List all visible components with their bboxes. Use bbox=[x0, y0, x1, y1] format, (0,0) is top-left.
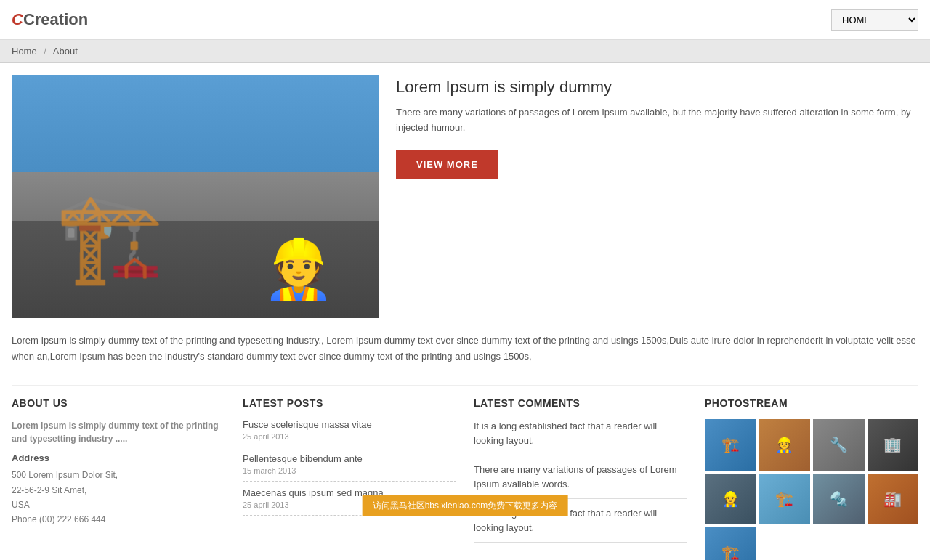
photo-thumb-5[interactable]: 👷 bbox=[705, 474, 756, 525]
breadcrumb: Home / About bbox=[0, 40, 930, 63]
latest-comments-col: LATEST COMMENTS It is a long established… bbox=[474, 397, 687, 560]
photo-thumb-6[interactable]: 🏗️ bbox=[759, 474, 811, 525]
post-link-3[interactable]: Maecenas quis ipsum sed magna bbox=[243, 487, 384, 498]
photo-icon-1: 🏗️ bbox=[705, 419, 756, 471]
breadcrumb-separator: / bbox=[44, 46, 46, 57]
hero-title: Lorem Ipsum is simply dummy bbox=[396, 78, 918, 97]
address-line-3: USA bbox=[12, 498, 225, 512]
photo-icon-5: 👷 bbox=[705, 474, 756, 525]
post-item-3: Maecenas quis ipsum sed magna 25 april 2… bbox=[243, 487, 456, 516]
photo-icon-9: 🏗️ bbox=[705, 527, 756, 560]
about-address-label: Address bbox=[12, 453, 225, 463]
about-us-desc: Lorem Ipsum is simply dummy text of the … bbox=[12, 419, 225, 445]
photo-thumb-8[interactable]: 🏭 bbox=[868, 474, 919, 525]
hero-text: Lorem Ipsum is simply dummy There are ma… bbox=[396, 75, 918, 318]
photo-icon-3: 🔧 bbox=[813, 419, 865, 471]
about-us-heading: ABOUT US bbox=[12, 397, 225, 409]
comment-item-1: It is a long established fact that a rea… bbox=[474, 419, 687, 455]
post-item-1: Fusce scelerisque massa vitae 25 april 2… bbox=[243, 419, 456, 447]
photo-thumb-7[interactable]: 🔩 bbox=[813, 474, 865, 525]
address-line-1: 500 Lorem Ipsum Dolor Sit, bbox=[12, 468, 225, 482]
photo-thumb-9[interactable]: 🏗️ bbox=[705, 527, 756, 560]
logo: CCreation bbox=[12, 10, 88, 29]
photo-grid: 🏗️ 👷 🔧 🏢 👷 🏗️ 🔩 🏭 🏗️ bbox=[705, 419, 918, 560]
nav-dropdown[interactable]: HOMEABOUTSERVICESPORTFOLIOCONTACT bbox=[831, 9, 918, 31]
logo-letter: C bbox=[12, 10, 23, 28]
photo-icon-7: 🔩 bbox=[813, 474, 865, 525]
view-more-button[interactable]: VIEW MORE bbox=[396, 150, 498, 179]
photo-thumb-1[interactable]: 🏗️ bbox=[705, 419, 756, 471]
post-date-2: 15 march 2013 bbox=[243, 466, 456, 475]
post-date-1: 25 april 2013 bbox=[243, 432, 456, 441]
photo-icon-2: 👷 bbox=[759, 419, 811, 471]
footer-sections: ABOUT US Lorem Ipsum is simply dummy tex… bbox=[12, 385, 918, 560]
photo-icon-8: 🏭 bbox=[868, 474, 919, 525]
hero-worker-icon: 👷 bbox=[262, 235, 335, 304]
description-text: Lorem Ipsum is simply dummy text of the … bbox=[12, 330, 918, 365]
photostream-heading: PHOTOSTREAM bbox=[705, 397, 918, 409]
comment-item-2: There are many variations of passages of… bbox=[474, 463, 687, 499]
post-date-3: 25 april 2013 bbox=[243, 500, 456, 509]
comment-item-3: It is a long established fact that a rea… bbox=[474, 506, 687, 543]
address-line-2: 22-56-2-9 Sit Amet, bbox=[12, 483, 225, 498]
latest-posts-col: LATEST POSTS Fusce scelerisque massa vit… bbox=[243, 397, 456, 560]
hero-section: 👷 Lorem Ipsum is simply dummy There are … bbox=[12, 75, 918, 318]
latest-posts-heading: LATEST POSTS bbox=[243, 397, 456, 409]
photo-icon-6: 🏗️ bbox=[759, 474, 811, 525]
post-link-2[interactable]: Pellentesque bibendum ante bbox=[243, 453, 363, 464]
about-us-col: ABOUT US Lorem Ipsum is simply dummy tex… bbox=[12, 397, 225, 560]
hero-description: There are many variations of passages of… bbox=[396, 105, 918, 136]
breadcrumb-current: About bbox=[53, 46, 78, 57]
hero-image: 👷 bbox=[12, 75, 379, 318]
photo-thumb-2[interactable]: 👷 bbox=[759, 419, 811, 471]
photo-thumb-3[interactable]: 🔧 bbox=[813, 419, 865, 471]
photo-thumb-4[interactable]: 🏢 bbox=[868, 419, 919, 471]
breadcrumb-home[interactable]: Home bbox=[12, 46, 37, 57]
main-content: 👷 Lorem Ipsum is simply dummy There are … bbox=[0, 63, 930, 560]
logo-text: Creation bbox=[23, 10, 88, 28]
photo-icon-4: 🏢 bbox=[868, 419, 919, 471]
latest-comments-heading: LATEST COMMENTS bbox=[474, 397, 687, 409]
header: CCreation HOMEABOUTSERVICESPORTFOLIOCONT… bbox=[0, 0, 930, 40]
about-address-text: 500 Lorem Ipsum Dolor Sit, 22-56-2-9 Sit… bbox=[12, 468, 225, 527]
post-item-2: Pellentesque bibendum ante 15 march 2013 bbox=[243, 453, 456, 482]
post-link-1[interactable]: Fusce scelerisque massa vitae bbox=[243, 419, 372, 430]
about-phone: Phone (00) 222 666 444 bbox=[12, 512, 225, 527]
photostream-col: PHOTOSTREAM 🏗️ 👷 🔧 🏢 👷 🏗️ 🔩 🏭 🏗️ bbox=[705, 397, 918, 560]
